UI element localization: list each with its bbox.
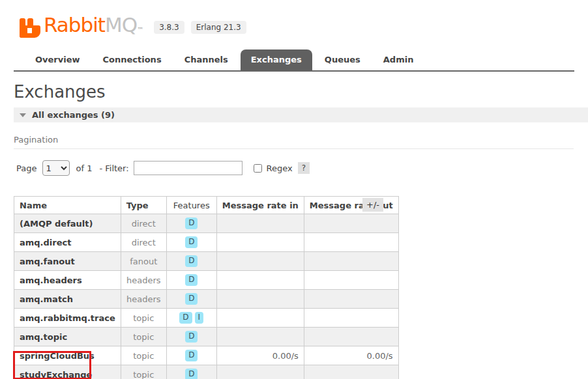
tab-admin[interactable]: Admin — [373, 49, 424, 70]
exchange-features: D — [166, 290, 216, 309]
trademark-symbol: ™ — [137, 26, 143, 33]
message-rate-out — [304, 309, 398, 328]
exchange-row: amq.fanoutfanoutD — [14, 252, 399, 271]
pagination-heading: Pagination — [14, 135, 574, 149]
column-header-type[interactable]: Type — [121, 197, 166, 214]
exchange-row: amq.rabbitmq.tracetopicDI — [14, 309, 399, 328]
message-rate-out — [304, 271, 398, 290]
version-badges: 3.8.3Erlang 21.3 — [154, 21, 246, 34]
all-exchanges-section-toggle[interactable]: All exchanges (9) — [14, 107, 588, 122]
exchange-features: D — [166, 365, 216, 379]
message-rate-out — [304, 365, 398, 379]
exchanges-table-body: (AMQP default)directDamq.directdirectDam… — [14, 214, 399, 379]
regex-checkbox[interactable] — [254, 164, 262, 173]
message-rate-out — [304, 252, 398, 271]
exchange-type: topic — [121, 346, 166, 365]
app-header: RabbitMQ™ 3.8.3Erlang 21.3 — [0, 0, 588, 42]
collapse-triangle-icon — [20, 113, 26, 117]
message-rate-out — [304, 328, 398, 346]
tab-channels[interactable]: Channels — [174, 49, 239, 70]
tab-overview[interactable]: Overview — [25, 49, 91, 70]
tab-queues[interactable]: Queues — [314, 49, 371, 70]
message-rate-out — [304, 290, 398, 309]
exchange-type: headers — [121, 271, 166, 290]
exchange-name-link[interactable]: amq.rabbitmq.trace — [14, 309, 121, 328]
exchange-features: D — [166, 328, 216, 346]
exchange-name-link[interactable]: amq.match — [14, 290, 121, 309]
rabbitmq-version-badge: 3.8.3 — [154, 21, 184, 34]
brand-rabbit: Rabbit — [44, 13, 105, 36]
tab-bar: OverviewConnectionsChannelsExchangesQueu… — [14, 49, 574, 72]
message-rate-out — [304, 233, 398, 252]
exchange-name-link[interactable]: amq.topic — [14, 328, 121, 346]
message-rate-in — [216, 290, 304, 309]
filter-input[interactable] — [134, 161, 243, 175]
table-header-row: Name Type Features Message rate in Messa… — [14, 197, 399, 214]
column-header-rate-out[interactable]: Message rate out — [304, 197, 398, 214]
durable-feature-badge: D — [185, 369, 198, 379]
durable-feature-badge: D — [185, 255, 198, 267]
message-rate-in — [216, 214, 304, 233]
exchange-features: D — [166, 271, 216, 290]
exchange-name-link[interactable]: springCloudBus — [14, 346, 121, 365]
page-select[interactable]: 1 — [42, 160, 70, 176]
message-rate-in — [216, 328, 304, 346]
exchange-name-link[interactable]: amq.fanout — [14, 252, 121, 271]
column-header-rate-in[interactable]: Message rate in — [216, 197, 304, 214]
of-label: of 1 — [76, 163, 92, 173]
exchange-row: amq.topictopicD — [14, 328, 399, 346]
tab-connections[interactable]: Connections — [93, 49, 172, 70]
exchange-type: direct — [121, 214, 166, 233]
regex-help-button[interactable]: ? — [298, 162, 310, 174]
tab-exchanges[interactable]: Exchanges — [241, 49, 312, 70]
page-title: Exchanges — [14, 82, 588, 102]
rabbitmq-exchanges-page: { "colors": { "accent_orange": "#ff6600"… — [0, 0, 588, 379]
exchange-name-link[interactable]: amq.headers — [14, 271, 121, 290]
exchange-features: DI — [166, 309, 216, 328]
message-rate-out — [304, 214, 398, 233]
exchange-row: (AMQP default)directD — [14, 214, 399, 233]
message-rate-in — [216, 233, 304, 252]
exchange-features: D — [166, 346, 216, 365]
exchange-features: D — [166, 252, 216, 271]
exchanges-table-wrap: Name Type Features Message rate in Messa… — [14, 196, 405, 379]
message-rate-in: 0.00/s — [216, 346, 304, 365]
column-header-name[interactable]: Name — [14, 197, 121, 214]
durable-feature-badge: D — [185, 236, 198, 248]
exchange-features: D — [166, 214, 216, 233]
message-rate-in — [216, 252, 304, 271]
message-rate-in — [216, 309, 304, 328]
brand-mq: MQ — [105, 13, 137, 36]
message-rate-out: 0.00/s — [304, 346, 398, 365]
exchange-type: topic — [121, 328, 166, 346]
column-header-features: Features — [166, 197, 216, 214]
rabbitmq-logo-icon — [20, 18, 42, 38]
exchange-row: springCloudBustopicD0.00/s0.00/s — [14, 346, 399, 365]
exchange-type: topic — [121, 365, 166, 379]
exchange-name-link[interactable]: (AMQP default) — [14, 214, 121, 233]
durable-feature-badge: D — [185, 274, 198, 286]
message-rate-in — [216, 271, 304, 290]
exchange-type: fanout — [121, 252, 166, 271]
durable-feature-badge: D — [185, 331, 198, 343]
message-rate-in — [216, 365, 304, 379]
exchange-name-link[interactable]: studyExchange — [14, 365, 121, 379]
exchange-row: amq.directdirectD — [14, 233, 399, 252]
internal-feature-badge: I — [195, 312, 204, 324]
pagination-controls: Page 1 of 1 - Filter: Regex ? — [16, 160, 588, 176]
exchanges-table: Name Type Features Message rate in Messa… — [14, 196, 399, 379]
exchange-name-link[interactable]: amq.direct — [14, 233, 121, 252]
column-toggle-button[interactable]: +/- — [362, 198, 383, 212]
exchange-row: studyExchangetopicD — [14, 365, 399, 379]
durable-feature-badge: D — [185, 218, 198, 229]
durable-feature-badge: D — [185, 350, 198, 361]
exchange-row: amq.matchheadersD — [14, 290, 399, 309]
exchange-type: topic — [121, 309, 166, 328]
durable-feature-badge: D — [185, 293, 198, 305]
exchange-features: D — [166, 233, 216, 252]
page-label: Page — [16, 163, 37, 173]
exchange-type: headers — [121, 290, 166, 309]
brand-title: RabbitMQ™ — [44, 13, 143, 42]
exchange-row: amq.headersheadersD — [14, 271, 399, 290]
exchange-type: direct — [121, 233, 166, 252]
